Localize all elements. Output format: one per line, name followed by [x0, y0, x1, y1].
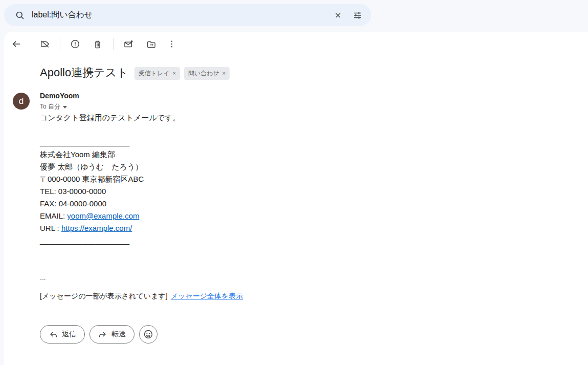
remove-label-button[interactable]: [35, 34, 55, 54]
subject-row: Apollo連携テスト 受信トレイ × 問い合わせ ×: [40, 65, 230, 81]
report-spam-button[interactable]: [65, 34, 85, 54]
chevron-down-icon: [63, 106, 67, 109]
show-full-message-link[interactable]: メッセージ全体を表示: [171, 292, 243, 300]
toolbar-divider: [60, 38, 60, 50]
body-intro: コンタクト登録用のテストメールです。: [40, 112, 180, 124]
email-subject: Apollo連携テスト: [40, 65, 128, 80]
signature-line: FAX: 04-0000-0000: [40, 198, 180, 210]
move-to-button[interactable]: [141, 34, 162, 54]
search-options-button[interactable]: [348, 6, 367, 25]
mark-unread-button[interactable]: [118, 34, 139, 54]
label-chip-text: 問い合わせ: [188, 69, 219, 78]
blank-line: [40, 247, 180, 259]
label-chip-inquiry: 問い合わせ ×: [184, 67, 230, 80]
truncation-notice-text: [メッセージの一部が表示されています]: [40, 292, 168, 300]
truncation-notice: [メッセージの一部が表示されています]メッセージ全体を表示: [40, 292, 243, 301]
reply-button[interactable]: 返信: [40, 325, 85, 343]
action-buttons: 返信 転送: [40, 325, 157, 343]
url-link[interactable]: https://example.com/: [61, 224, 132, 232]
email-link[interactable]: yoom@example.com: [67, 211, 139, 220]
back-button[interactable]: [6, 34, 27, 54]
recipient-dropdown[interactable]: To 自分: [40, 102, 67, 111]
reply-label: 返信: [62, 330, 76, 339]
emoji-smiley-icon: [143, 329, 153, 339]
signature-line: 株式会社Yoom 編集部: [40, 148, 180, 161]
remove-label-x-icon[interactable]: ×: [222, 71, 225, 76]
search-bar: [4, 4, 371, 26]
forward-button[interactable]: 転送: [89, 325, 134, 343]
clear-search-button[interactable]: [328, 6, 348, 25]
search-input[interactable]: [32, 11, 328, 20]
email-view: Apollo連携テスト 受信トレイ × 問い合わせ × d DemoYoom T…: [4, 32, 588, 365]
remove-label-x-icon[interactable]: ×: [173, 71, 176, 76]
label-chip-text: 受信トレイ: [139, 69, 170, 78]
signature-line: 〒000-0000 東京都新宿区ABC: [40, 173, 180, 185]
avatar[interactable]: d: [13, 93, 30, 110]
signature-line: TEL: 03-0000-0000: [40, 185, 180, 198]
email-body: コンタクト登録用のテストメールです。 _____________________…: [40, 112, 180, 284]
label-chip-inbox: 受信トレイ ×: [134, 67, 180, 80]
trimmed-content-ellipsis: ...: [40, 271, 180, 284]
signature-line: 優夢 太郎（ゆうむ たろう）: [40, 161, 180, 173]
blank-line: [40, 259, 180, 271]
forward-icon: [98, 330, 107, 339]
signature-separator: _____________________: [40, 136, 180, 148]
sender-name: DemoYoom: [40, 92, 79, 100]
toolbar-divider: [114, 38, 114, 50]
recipient-text: To 自分: [40, 102, 60, 111]
gmail-window: Apollo連携テスト 受信トレイ × 問い合わせ × d DemoYoom T…: [0, 0, 588, 365]
label-chips: 受信トレイ × 問い合わせ ×: [134, 67, 230, 80]
email-label: EMAIL:: [40, 211, 67, 220]
more-options-button[interactable]: [162, 34, 182, 54]
search-icon[interactable]: [11, 7, 29, 24]
signature-email-line: EMAIL: yoom@example.com: [40, 210, 180, 222]
reply-icon: [49, 330, 58, 339]
delete-button[interactable]: [87, 34, 108, 54]
url-label: URL :: [40, 224, 61, 232]
signature-separator: _____________________: [40, 234, 180, 247]
forward-label: 転送: [111, 330, 126, 339]
emoji-button[interactable]: [139, 325, 157, 343]
blank-line: [40, 124, 180, 136]
signature-url-line: URL : https://example.com/: [40, 222, 180, 234]
